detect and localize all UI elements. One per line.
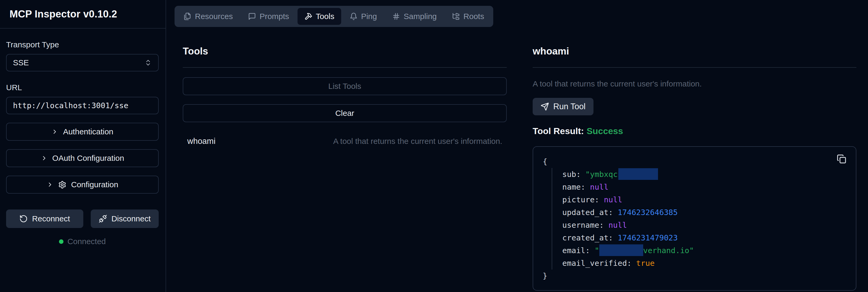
tab-prompts[interactable]: Prompts <box>241 8 296 25</box>
json-key: created_at <box>562 233 609 242</box>
json-close-brace: } <box>543 269 846 282</box>
json-key: updated_at <box>562 208 609 217</box>
tab-label: Prompts <box>259 12 289 21</box>
transport-type-value: SSE <box>13 58 29 67</box>
tab-label: Resources <box>195 12 233 21</box>
oauth-configuration-label: OAuth Configuration <box>52 154 124 163</box>
json-key: email_verified <box>562 259 627 268</box>
redaction-overlay <box>618 168 658 180</box>
chevrons-up-down-icon <box>145 59 152 66</box>
run-tool-button[interactable]: Run Tool <box>533 98 593 115</box>
tool-detail-heading: whoami <box>533 45 856 57</box>
tool-list-item-whoami[interactable]: whoami A tool that returns the current u… <box>183 136 507 146</box>
reconnect-button[interactable]: Reconnect <box>6 209 83 228</box>
tool-result-status: Success <box>587 126 623 136</box>
rotate-ccw-icon <box>19 215 28 223</box>
json-null-value: null <box>604 195 622 204</box>
json-object-block: sub: "ymbxqc name: null picture: null up… <box>552 168 846 269</box>
unplug-icon <box>99 215 107 223</box>
json-field-username: username: null <box>562 219 846 231</box>
tabbar-wrap: Resources Prompts Tools <box>166 0 868 27</box>
tab-resources[interactable]: Resources <box>177 8 240 25</box>
transport-type-label: Transport Type <box>6 40 159 49</box>
message-square-icon <box>248 12 256 20</box>
tool-detail-panel: whoami A tool that returns the current u… <box>516 27 868 292</box>
oauth-configuration-accordion-button[interactable]: OAuth Configuration <box>6 149 159 167</box>
copy-icon <box>837 154 846 164</box>
bell-icon <box>350 12 358 20</box>
configuration-accordion-button[interactable]: Configuration <box>6 175 159 194</box>
hash-icon <box>392 12 400 20</box>
json-boolean-value: true <box>636 259 655 268</box>
json-key: picture <box>562 195 594 204</box>
json-separator: : <box>609 233 618 242</box>
json-field-email-verified: email_verified: true <box>562 257 846 269</box>
json-key: email <box>562 246 585 255</box>
tab-roots[interactable]: Roots <box>445 8 491 25</box>
json-null-value: null <box>609 221 627 230</box>
tab-label: Tools <box>316 12 334 21</box>
tab-ping[interactable]: Ping <box>343 8 384 25</box>
json-key: username <box>562 221 599 230</box>
tool-detail-description: A tool that returns the current user's i… <box>533 79 856 88</box>
tab-sampling[interactable]: Sampling <box>385 8 443 25</box>
json-separator: : <box>585 246 594 255</box>
json-key: name <box>562 183 581 192</box>
json-field-email: email: "verhand.io" <box>562 244 846 257</box>
chevron-right-icon <box>41 155 48 162</box>
json-string-value: " <box>594 246 599 255</box>
json-string-value: "ymbxqc <box>585 170 618 179</box>
content-columns: Tools List Tools Clear whoami A tool tha… <box>166 27 868 292</box>
connection-buttons: Reconnect Disconnect <box>6 209 159 228</box>
sidebar: MCP Inspector v0.10.2 Transport Type SSE… <box>0 0 166 292</box>
divider <box>183 67 507 68</box>
connection-status: Connected <box>6 237 159 246</box>
app-root: MCP Inspector v0.10.2 Transport Type SSE… <box>0 0 868 292</box>
tabbar: Resources Prompts Tools <box>175 6 493 27</box>
sidebar-body: Transport Type SSE URL Authentication OA… <box>0 40 165 246</box>
json-number-value: 1746232646385 <box>618 208 678 217</box>
tab-label: Ping <box>361 12 377 21</box>
tool-description: A tool that returns the current user's i… <box>333 137 502 146</box>
tab-label: Sampling <box>404 12 437 21</box>
list-tools-button[interactable]: List Tools <box>183 77 507 95</box>
status-dot-icon <box>59 239 63 244</box>
clear-tools-button[interactable]: Clear <box>183 104 507 122</box>
url-input[interactable] <box>6 97 159 114</box>
chevron-right-icon <box>51 128 58 135</box>
status-text: Connected <box>67 237 106 246</box>
json-null-value: null <box>590 183 609 192</box>
json-separator: : <box>594 195 604 204</box>
copy-button[interactable] <box>837 154 847 164</box>
tab-label: Roots <box>463 12 484 21</box>
app-title: MCP Inspector v0.10.2 <box>9 8 117 20</box>
tab-tools[interactable]: Tools <box>298 8 341 25</box>
transport-type-select[interactable]: SSE <box>6 54 159 71</box>
json-separator: : <box>599 221 609 230</box>
tools-list-panel: Tools List Tools Clear whoami A tool tha… <box>166 27 516 292</box>
divider <box>533 67 856 68</box>
tool-result-label: Tool Result: <box>533 126 584 136</box>
json-open-brace: { <box>543 155 846 168</box>
run-tool-label: Run Tool <box>553 102 586 111</box>
main-area: Resources Prompts Tools <box>166 0 868 292</box>
json-separator: : <box>627 259 636 268</box>
configuration-label: Configuration <box>71 180 118 189</box>
disconnect-button[interactable]: Disconnect <box>91 209 159 228</box>
json-field-updated-at: updated_at: 1746232646385 <box>562 206 846 219</box>
json-field-sub: sub: "ymbxqc <box>562 168 846 181</box>
disconnect-label: Disconnect <box>111 214 151 223</box>
files-icon <box>184 12 191 20</box>
hammer-icon <box>304 12 312 20</box>
url-label: URL <box>6 83 159 92</box>
tool-result-json-viewer: { sub: "ymbxqc name: null picture: null … <box>533 146 856 291</box>
authentication-label: Authentication <box>63 127 113 136</box>
json-separator: : <box>609 208 618 217</box>
json-separator: : <box>576 170 585 179</box>
chevron-right-icon <box>46 181 54 188</box>
tool-name: whoami <box>187 136 216 146</box>
sidebar-header: MCP Inspector v0.10.2 <box>0 0 165 29</box>
reconnect-label: Reconnect <box>32 214 70 223</box>
json-key: sub <box>562 170 576 179</box>
authentication-accordion-button[interactable]: Authentication <box>6 123 159 141</box>
